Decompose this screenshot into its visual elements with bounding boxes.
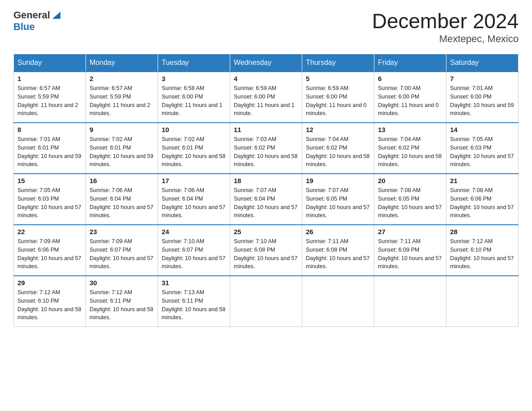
day-info: Sunrise: 7:04 AMSunset: 6:02 PMDaylight:… [306, 136, 369, 167]
day-info: Sunrise: 6:59 AMSunset: 6:00 PMDaylight:… [306, 85, 367, 116]
weekday-header-sunday: Sunday [14, 54, 86, 72]
day-number: 31 [162, 279, 226, 287]
day-number: 3 [162, 75, 226, 82]
day-info: Sunrise: 7:07 AMSunset: 6:04 PMDaylight:… [234, 187, 297, 218]
calendar-header-row: SundayMondayTuesdayWednesdayThursdayFrid… [14, 54, 519, 72]
calendar-day-27: 27 Sunrise: 7:11 AMSunset: 6:09 PMDaylig… [374, 225, 446, 276]
logo: General Blue [13, 9, 61, 32]
calendar-day-5: 5 Sunrise: 6:59 AMSunset: 6:00 PMDayligh… [302, 72, 374, 123]
day-number: 18 [234, 177, 298, 184]
calendar-day-3: 3 Sunrise: 6:58 AMSunset: 6:00 PMDayligh… [158, 72, 230, 123]
day-number: 2 [90, 75, 154, 82]
day-info: Sunrise: 7:10 AMSunset: 6:07 PMDaylight:… [162, 238, 225, 270]
calendar-day-6: 6 Sunrise: 7:00 AMSunset: 6:00 PMDayligh… [374, 72, 446, 123]
calendar-day-22: 22 Sunrise: 7:09 AMSunset: 6:06 PMDaylig… [14, 225, 86, 276]
calendar-day-14: 14 Sunrise: 7:05 AMSunset: 6:03 PMDaylig… [446, 123, 519, 174]
day-number: 23 [90, 228, 154, 235]
day-number: 20 [378, 177, 442, 184]
page-header: General Blue December 2024 Mextepec, Mex… [13, 9, 519, 45]
calendar-empty-cell [302, 276, 374, 327]
weekday-header-tuesday: Tuesday [158, 54, 230, 72]
calendar-day-24: 24 Sunrise: 7:10 AMSunset: 6:07 PMDaylig… [158, 225, 230, 276]
calendar-day-12: 12 Sunrise: 7:04 AMSunset: 6:02 PMDaylig… [302, 123, 374, 174]
day-number: 25 [234, 228, 298, 235]
day-number: 29 [17, 279, 82, 287]
calendar-day-25: 25 Sunrise: 7:10 AMSunset: 6:08 PMDaylig… [230, 225, 302, 276]
day-info: Sunrise: 7:08 AMSunset: 6:06 PMDaylight:… [450, 187, 514, 218]
day-info: Sunrise: 7:00 AMSunset: 6:00 PMDaylight:… [378, 85, 439, 116]
day-info: Sunrise: 7:01 AMSunset: 6:00 PMDaylight:… [450, 85, 514, 116]
day-number: 11 [234, 126, 298, 133]
weekday-header-wednesday: Wednesday [230, 54, 302, 72]
day-number: 14 [450, 126, 515, 133]
weekday-header-thursday: Thursday [302, 54, 374, 72]
day-number: 15 [17, 177, 82, 184]
day-info: Sunrise: 7:05 AMSunset: 6:03 PMDaylight:… [450, 136, 514, 167]
calendar-day-28: 28 Sunrise: 7:12 AMSunset: 6:10 PMDaylig… [446, 225, 519, 276]
day-number: 21 [450, 177, 515, 184]
calendar-day-15: 15 Sunrise: 7:05 AMSunset: 6:03 PMDaylig… [14, 174, 86, 225]
day-info: Sunrise: 7:07 AMSunset: 6:05 PMDaylight:… [306, 187, 369, 218]
day-info: Sunrise: 7:01 AMSunset: 6:01 PMDaylight:… [17, 136, 81, 167]
calendar-day-7: 7 Sunrise: 7:01 AMSunset: 6:00 PMDayligh… [446, 72, 519, 123]
title-area: December 2024 Mextepec, Mexico [372, 9, 519, 45]
calendar-day-2: 2 Sunrise: 6:57 AMSunset: 5:59 PMDayligh… [86, 72, 158, 123]
calendar-day-21: 21 Sunrise: 7:08 AMSunset: 6:06 PMDaylig… [446, 174, 519, 225]
calendar-empty-cell [374, 276, 446, 327]
calendar-day-1: 1 Sunrise: 6:57 AMSunset: 5:59 PMDayligh… [14, 72, 86, 123]
day-info: Sunrise: 7:08 AMSunset: 6:05 PMDaylight:… [378, 187, 442, 218]
calendar-day-29: 29 Sunrise: 7:12 AMSunset: 6:10 PMDaylig… [14, 276, 86, 327]
calendar-table: SundayMondayTuesdayWednesdayThursdayFrid… [13, 54, 519, 327]
day-number: 19 [306, 177, 370, 184]
calendar-day-20: 20 Sunrise: 7:08 AMSunset: 6:05 PMDaylig… [374, 174, 446, 225]
day-number: 28 [450, 228, 515, 235]
calendar-day-31: 31 Sunrise: 7:13 AMSunset: 6:11 PMDaylig… [158, 276, 230, 327]
weekday-header-friday: Friday [374, 54, 446, 72]
calendar-day-13: 13 Sunrise: 7:04 AMSunset: 6:02 PMDaylig… [374, 123, 446, 174]
logo-blue: Blue [13, 21, 35, 32]
location: Mextepec, Mexico [372, 33, 519, 45]
day-info: Sunrise: 7:12 AMSunset: 6:10 PMDaylight:… [450, 238, 514, 270]
day-number: 30 [90, 279, 154, 287]
day-info: Sunrise: 7:03 AMSunset: 6:02 PMDaylight:… [234, 136, 297, 167]
calendar-day-9: 9 Sunrise: 7:02 AMSunset: 6:01 PMDayligh… [86, 123, 158, 174]
calendar-day-19: 19 Sunrise: 7:07 AMSunset: 6:05 PMDaylig… [302, 174, 374, 225]
day-number: 13 [378, 126, 442, 133]
logo-triangle-icon [51, 10, 61, 20]
day-number: 8 [17, 126, 82, 133]
day-info: Sunrise: 7:04 AMSunset: 6:02 PMDaylight:… [378, 136, 442, 167]
day-number: 12 [306, 126, 370, 133]
calendar-day-26: 26 Sunrise: 7:11 AMSunset: 6:08 PMDaylig… [302, 225, 374, 276]
calendar-day-18: 18 Sunrise: 7:07 AMSunset: 6:04 PMDaylig… [230, 174, 302, 225]
calendar-day-16: 16 Sunrise: 7:06 AMSunset: 6:04 PMDaylig… [86, 174, 158, 225]
day-number: 26 [306, 228, 370, 235]
calendar-day-8: 8 Sunrise: 7:01 AMSunset: 6:01 PMDayligh… [14, 123, 86, 174]
calendar-empty-cell [230, 276, 302, 327]
day-number: 10 [162, 126, 226, 133]
day-info: Sunrise: 7:05 AMSunset: 6:03 PMDaylight:… [17, 187, 81, 218]
day-number: 6 [378, 75, 442, 82]
day-info: Sunrise: 7:10 AMSunset: 6:08 PMDaylight:… [234, 238, 297, 270]
calendar-day-10: 10 Sunrise: 7:02 AMSunset: 6:01 PMDaylig… [158, 123, 230, 174]
day-number: 7 [450, 75, 515, 82]
day-number: 24 [162, 228, 226, 235]
day-info: Sunrise: 7:09 AMSunset: 6:06 PMDaylight:… [17, 238, 81, 270]
day-info: Sunrise: 6:57 AMSunset: 5:59 PMDaylight:… [17, 85, 78, 116]
day-info: Sunrise: 7:11 AMSunset: 6:09 PMDaylight:… [378, 238, 442, 270]
day-info: Sunrise: 6:58 AMSunset: 6:00 PMDaylight:… [162, 85, 223, 116]
calendar-week-2: 8 Sunrise: 7:01 AMSunset: 6:01 PMDayligh… [14, 123, 519, 174]
calendar-day-4: 4 Sunrise: 6:59 AMSunset: 6:00 PMDayligh… [230, 72, 302, 123]
day-info: Sunrise: 7:02 AMSunset: 6:01 PMDaylight:… [162, 136, 225, 167]
calendar-week-3: 15 Sunrise: 7:05 AMSunset: 6:03 PMDaylig… [14, 174, 519, 225]
calendar-day-17: 17 Sunrise: 7:06 AMSunset: 6:04 PMDaylig… [158, 174, 230, 225]
day-number: 22 [17, 228, 82, 235]
day-info: Sunrise: 7:12 AMSunset: 6:11 PMDaylight:… [90, 289, 153, 321]
day-info: Sunrise: 6:59 AMSunset: 6:00 PMDaylight:… [234, 85, 295, 116]
weekday-header-monday: Monday [86, 54, 158, 72]
calendar-week-4: 22 Sunrise: 7:09 AMSunset: 6:06 PMDaylig… [14, 225, 519, 276]
day-number: 1 [17, 75, 82, 82]
logo-general: General [13, 10, 50, 21]
calendar-week-5: 29 Sunrise: 7:12 AMSunset: 6:10 PMDaylig… [14, 276, 519, 327]
day-number: 17 [162, 177, 226, 184]
day-info: Sunrise: 6:57 AMSunset: 5:59 PMDaylight:… [90, 85, 150, 116]
